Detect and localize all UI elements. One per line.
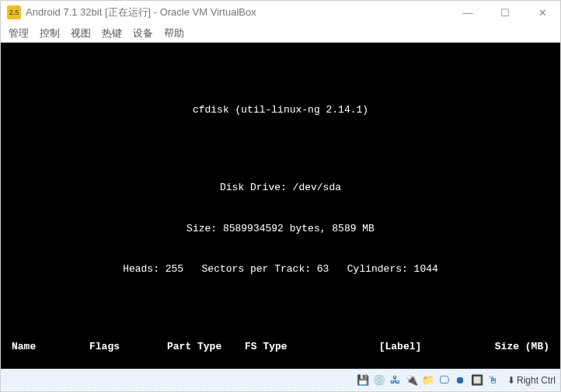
window-title: Android 7.1 32bit [正在运行] - Oracle VM Vir… (26, 5, 456, 19)
disk-size-line: Size: 8589934592 bytes, 8589 MB (1, 222, 560, 236)
menu-control[interactable]: 控制 (40, 26, 60, 40)
menu-devices[interactable]: 设备 (133, 26, 153, 40)
menu-manage[interactable]: 管理 (9, 26, 29, 40)
menu-help[interactable]: 帮助 (164, 26, 184, 40)
disk-geometry-line: Heads: 255 Sectors per Track: 63 Cylinde… (1, 262, 560, 276)
col-label: [Label] (346, 340, 455, 354)
col-name: Name (12, 340, 89, 354)
minimize-button[interactable]: — (456, 7, 479, 19)
col-size: Size (MB) (455, 340, 549, 354)
col-part-type: Part Type (167, 340, 245, 354)
close-button[interactable]: ✕ (531, 7, 554, 19)
console-output[interactable]: cfdisk (util-linux-ng 2.14.1) Disk Drive… (1, 43, 560, 369)
titlebar: 2.5 Android 7.1 32bit [正在运行] - Oracle VM… (1, 1, 560, 24)
menubar: 管理 控制 视图 热键 设备 帮助 (1, 24, 560, 43)
maximize-button[interactable]: ☐ (493, 7, 517, 19)
menu-view[interactable]: 视图 (71, 26, 91, 40)
table-header: Name Flags Part Type FS Type [Label] Siz… (1, 340, 560, 354)
col-flags: Flags (89, 340, 167, 354)
disk-drive-line: Disk Drive: /dev/sda (1, 181, 560, 195)
cfdisk-program: cfdisk (util-linux-ng 2.14.1) (1, 103, 560, 117)
table-divider: ----------------------------------------… (1, 381, 560, 392)
window-controls: — ☐ ✕ (456, 7, 554, 19)
menu-hotkeys[interactable]: 热键 (102, 26, 122, 40)
col-fs-type: FS Type (245, 340, 346, 354)
app-icon: 2.5 (7, 5, 21, 19)
